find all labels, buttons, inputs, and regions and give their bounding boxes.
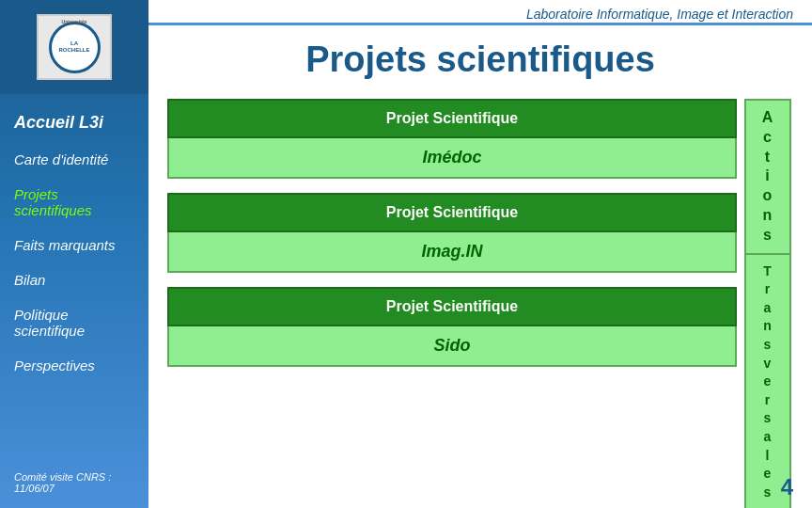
projects-column: Projet Scientifique Imédoc Projet Scient…: [167, 99, 742, 508]
sidebar-item-accueil[interactable]: Accueil L3i: [0, 103, 148, 142]
page-title: Projets scientifiques: [148, 25, 812, 89]
actions-label: A c t i o n s: [762, 108, 773, 246]
sidebar-logo: LAROCHELLE Universités: [0, 0, 148, 94]
main-content: Laboratoire Informatique, Image et Inter…: [148, 0, 812, 508]
logo-university-label: Universités: [40, 19, 108, 24]
project-block-imagin: Projet Scientifique Imag.IN: [167, 193, 737, 273]
project-subtitle-sido: Sido: [167, 326, 737, 367]
sidebar-item-faits[interactable]: Faits marquants: [0, 228, 148, 262]
sidebar-footer: Comité visite CNRS : 11/06/07: [0, 462, 148, 508]
sidebar-item-projets[interactable]: Projets scientifiques: [0, 177, 148, 228]
lab-name: Laboratoire Informatique, Image et Inter…: [526, 7, 793, 22]
content-area: Projet Scientifique Imédoc Projet Scient…: [148, 89, 812, 508]
sidebar: LAROCHELLE Universités Accueil L3i Carte…: [0, 0, 148, 508]
logo-circle: LAROCHELLE: [49, 22, 101, 73]
project-title-imedoc: Projet Scientifique: [167, 99, 737, 138]
sidebar-item-bilan[interactable]: Bilan: [0, 262, 148, 297]
logo-box: LAROCHELLE Universités: [37, 14, 112, 80]
top-bar: Laboratoire Informatique, Image et Inter…: [148, 0, 812, 25]
sidebar-item-politique[interactable]: Politique scientifique: [0, 297, 148, 348]
page-number: 4: [781, 474, 793, 500]
sidebar-item-carte[interactable]: Carte d'identité: [0, 142, 148, 177]
project-title-imagin: Projet Scientifique: [167, 193, 737, 232]
sidebar-item-perspectives[interactable]: Perspectives: [0, 348, 148, 383]
project-subtitle-imedoc: Imédoc: [167, 138, 737, 179]
transversales-label: T r a n s v e r s a l e s: [763, 262, 772, 502]
actions-column: A c t i o n s T r a n s v e: [742, 99, 793, 508]
transversales-box: T r a n s v e r s a l e s: [744, 255, 791, 508]
project-subtitle-imagin: Imag.IN: [167, 232, 737, 273]
sidebar-nav: Accueil L3i Carte d'identité Projets sci…: [0, 94, 148, 462]
project-block-sido: Projet Scientifique Sido: [167, 287, 737, 367]
actions-box: A c t i o n s: [744, 99, 791, 255]
project-title-sido: Projet Scientifique: [167, 287, 737, 326]
project-block-imedoc: Projet Scientifique Imédoc: [167, 99, 737, 179]
